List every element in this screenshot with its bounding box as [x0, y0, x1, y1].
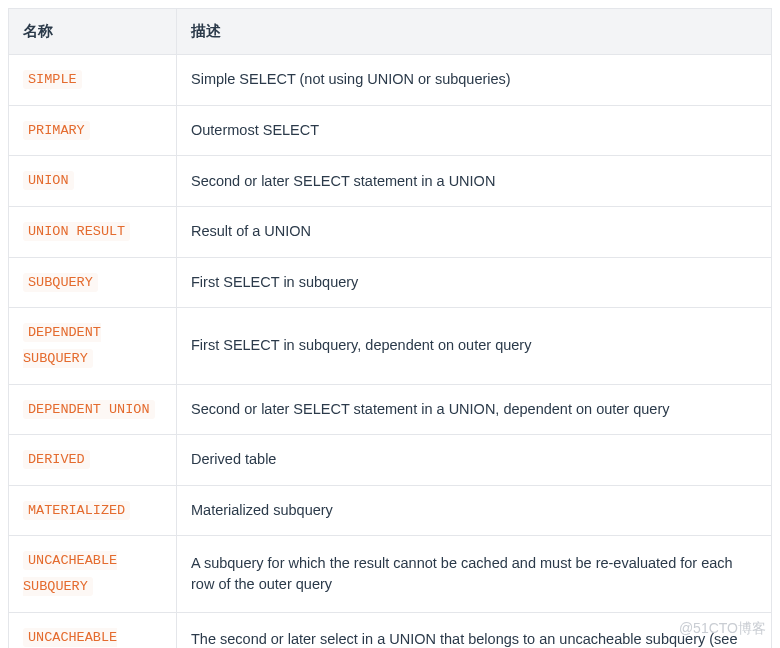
cell-name: SIMPLE — [9, 55, 177, 106]
table-row: DERIVEDDerived table — [9, 435, 772, 486]
cell-desc: Simple SELECT (not using UNION or subque… — [177, 55, 772, 106]
code-tag: DEPENDENT UNION — [23, 400, 155, 419]
cell-desc: Derived table — [177, 435, 772, 486]
header-desc: 描述 — [177, 9, 772, 55]
table-row: UNCACHEABLE SUBQUERYA subquery for which… — [9, 536, 772, 612]
cell-name: MATERIALIZED — [9, 485, 177, 536]
cell-name: SUBQUERY — [9, 257, 177, 308]
table-header-row: 名称 描述 — [9, 9, 772, 55]
table-row: PRIMARYOutermost SELECT — [9, 105, 772, 156]
table-row: UNIONSecond or later SELECT statement in… — [9, 156, 772, 207]
table-row: MATERIALIZEDMaterialized subquery — [9, 485, 772, 536]
cell-desc: Second or later SELECT statement in a UN… — [177, 156, 772, 207]
code-tag: PRIMARY — [23, 121, 90, 140]
table-row: DEPENDENT UNIONSecond or later SELECT st… — [9, 384, 772, 435]
cell-name: UNION — [9, 156, 177, 207]
code-tag: DEPENDENT SUBQUERY — [23, 323, 101, 368]
code-tag: DERIVED — [23, 450, 90, 469]
cell-desc: First SELECT in subquery — [177, 257, 772, 308]
header-name: 名称 — [9, 9, 177, 55]
code-tag: UNION — [23, 171, 74, 190]
cell-desc: Materialized subquery — [177, 485, 772, 536]
cell-desc: Second or later SELECT statement in a UN… — [177, 384, 772, 435]
cell-desc: Result of a UNION — [177, 206, 772, 257]
cell-desc: Outermost SELECT — [177, 105, 772, 156]
cell-desc: The second or later select in a UNION th… — [177, 612, 772, 648]
cell-name: UNION RESULT — [9, 206, 177, 257]
cell-name: PRIMARY — [9, 105, 177, 156]
table-row: DEPENDENT SUBQUERYFirst SELECT in subque… — [9, 308, 772, 384]
code-tag: SUBQUERY — [23, 273, 98, 292]
cell-name: UNCACHEABLE UNION — [9, 612, 177, 648]
cell-name: DERIVED — [9, 435, 177, 486]
code-tag: UNCACHEABLE SUBQUERY — [23, 551, 117, 596]
code-tag: UNION RESULT — [23, 222, 130, 241]
code-tag: UNCACHEABLE UNION — [23, 628, 117, 648]
select-type-table: 名称 描述 SIMPLESimple SELECT (not using UNI… — [8, 8, 772, 648]
code-tag: MATERIALIZED — [23, 501, 130, 520]
table-row: SIMPLESimple SELECT (not using UNION or … — [9, 55, 772, 106]
cell-name: DEPENDENT UNION — [9, 384, 177, 435]
code-tag: SIMPLE — [23, 70, 82, 89]
table-row: UNCACHEABLE UNIONThe second or later sel… — [9, 612, 772, 648]
cell-desc: First SELECT in subquery, dependent on o… — [177, 308, 772, 384]
cell-desc: A subquery for which the result cannot b… — [177, 536, 772, 612]
cell-name: DEPENDENT SUBQUERY — [9, 308, 177, 384]
table-row: SUBQUERYFirst SELECT in subquery — [9, 257, 772, 308]
table-row: UNION RESULTResult of a UNION — [9, 206, 772, 257]
cell-name: UNCACHEABLE SUBQUERY — [9, 536, 177, 612]
